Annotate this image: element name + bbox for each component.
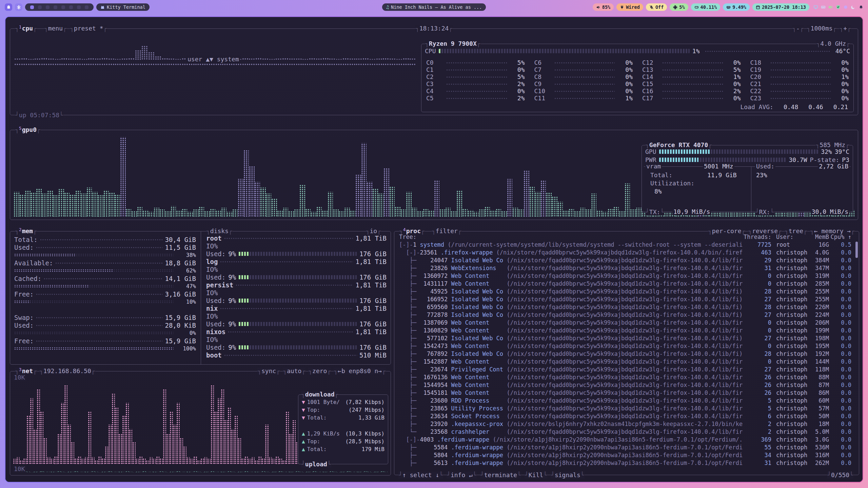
- process-row[interactable]: └─ 23568 crashhelper (/nix/store/fqadd0b…: [396, 428, 853, 436]
- module-network[interactable]: Wired: [616, 3, 643, 11]
- proc-signals-button[interactable]: signals: [551, 472, 585, 479]
- interval-minus-button[interactable]: -: [792, 25, 804, 32]
- window-title-pill[interactable]: Kitty Terminal: [96, 3, 150, 11]
- workspace-button[interactable]: [30, 5, 34, 9]
- process-row[interactable]: ├─ 23826 WebExtensions (/nix/store/fqadd…: [396, 264, 853, 272]
- cpu-core: C135%: [642, 66, 741, 73]
- workspace-button[interactable]: [54, 5, 57, 9]
- workspace-button[interactable]: [38, 5, 42, 9]
- module-clock[interactable]: 2025-07-20 18:13: [752, 3, 809, 11]
- disk-entry: boot510 MiB: [206, 351, 387, 359]
- process-row[interactable]: ├─ 23680 RDD Process (/nix/store/fqadd0b…: [396, 397, 853, 405]
- proc-filter-button[interactable]: filter: [432, 228, 462, 235]
- workspace-button[interactable]: [77, 5, 81, 9]
- disk-entry: nixos1,81 TiB: [206, 328, 387, 336]
- process-row[interactable]: ├─ 1360972 Web Content (/nix/store/fqadd…: [396, 272, 853, 280]
- process-row[interactable]: ├─ 24047 Isolated Web Co (/nix/store/fqa…: [396, 257, 853, 264]
- workspace-button[interactable]: [85, 5, 88, 9]
- process-row[interactable]: ├─ 23634 Socket Process (/nix/store/fqad…: [396, 412, 853, 420]
- bell-icon[interactable]: [859, 5, 863, 9]
- proc-scrollbar[interactable]: [855, 242, 858, 258]
- proc-kill-button[interactable]: Kill: [525, 472, 547, 479]
- process-row[interactable]: ├─ 659560 Isolated Web Co (/nix/store/fq…: [396, 303, 853, 311]
- process-row[interactable]: ├─ 45925 Isolated Web Co (/nix/store/fqa…: [396, 288, 853, 296]
- process-row[interactable]: ├─ 1544954 Web Content (/nix/store/fqadd…: [396, 381, 853, 389]
- menu-button[interactable]: menu: [44, 25, 67, 32]
- proc-header-tree[interactable]: Tree:: [399, 233, 743, 240]
- module-disk[interactable]: 40.11%: [691, 3, 721, 11]
- process-row[interactable]: ├─ 1545181 Web Content (/nix/store/fqadd…: [396, 389, 853, 397]
- net-zero-button[interactable]: zero: [308, 368, 331, 374]
- gpu-power: 30.7W: [789, 156, 807, 163]
- display-icon[interactable]: [813, 5, 818, 9]
- proc-info-button[interactable]: info ↵: [447, 472, 477, 479]
- cpu-total-pct: 1%: [692, 47, 700, 55]
- gpu-model-box: GeForce RTX 4070 585 MHz GPU 32% 39°C PW…: [642, 145, 853, 212]
- proc-select-keys[interactable]: ↑ select ↓: [398, 472, 443, 479]
- proc-tree-toggle[interactable]: tree: [785, 228, 807, 235]
- circle-icon[interactable]: [843, 5, 848, 9]
- proc-header-mem[interactable]: MemB: [809, 233, 829, 240]
- nixos-menu-button[interactable]: [15, 3, 22, 11]
- disk-entry: root1,81 TiB: [206, 234, 387, 242]
- process-row[interactable]: ├─ 1360829 Web Content (/nix/store/fqadd…: [396, 327, 853, 334]
- process-row[interactable]: ├─ 5804 .ferdium-wrappe (/nix/store/a1pj…: [396, 451, 853, 459]
- proc-terminate-button[interactable]: terminate: [480, 472, 521, 479]
- process-row[interactable]: ├─ 166952 Isolated Web Co (/nix/store/fq…: [396, 296, 853, 303]
- process-row[interactable]: ├─ 1431117 Web Content (/nix/store/fqadd…: [396, 280, 853, 288]
- cpu-core: C170%: [642, 95, 741, 102]
- process-row[interactable]: ├─ 772878 Isolated Web Co (/nix/store/fq…: [396, 311, 853, 319]
- net-sync-button[interactable]: sync: [257, 368, 280, 374]
- module-volume[interactable]: 85%: [593, 3, 614, 11]
- gpu-panel: 5gpu0 GeForce RTX 4070 585 MHz GPU 32% 3…: [10, 130, 858, 220]
- proc-percore-toggle[interactable]: per-core: [708, 228, 745, 235]
- process-row[interactable]: ├─ 23674 Privileged Cont (/nix/store/fqa…: [396, 366, 853, 373]
- module-cpu[interactable]: 5%: [670, 3, 688, 11]
- cpu-core: C201%: [750, 73, 849, 80]
- process-row[interactable]: ├─ 1676136 Web Content (/nix/store/fqadd…: [396, 373, 853, 381]
- shield-icon[interactable]: [836, 5, 841, 9]
- process-row[interactable]: ├─ 1542887 Web Content (/nix/store/fqadd…: [396, 358, 853, 366]
- cpu-core: C05%: [426, 59, 525, 66]
- vram-total-value: 11,9 GiB: [706, 172, 738, 179]
- process-row[interactable]: [-]-23561 .firefox-wrappe (/nix/store/fq…: [396, 249, 853, 257]
- process-row[interactable]: ├─ 577102 Isolated Web Co (/nix/store/fq…: [396, 334, 853, 342]
- module-mic[interactable]: Off: [646, 3, 667, 11]
- process-row[interactable]: ├─ 5584 .ferdium-wrappe (/nix/store/a1pj…: [396, 444, 853, 451]
- net-interface-switcher[interactable]: ←b enp8s0 n→: [334, 368, 386, 374]
- process-row[interactable]: ├─ 23920 .keepassxc-prox (/nix/store/bsl…: [396, 420, 853, 428]
- net-auto-button[interactable]: auto: [283, 368, 305, 374]
- process-row[interactable]: ├─ 1542473 Web Content (/nix/store/fqadd…: [396, 342, 853, 350]
- gpu-util-pct: 32%: [821, 148, 832, 155]
- proc-sort-selector[interactable]: ← memory →: [810, 228, 855, 235]
- mem-panel-title: 2mem: [15, 228, 37, 235]
- music-player[interactable]: ♫ Nine Inch Nails – As Alive as ...: [382, 3, 486, 11]
- disks-io-toggle[interactable]: io: [366, 228, 381, 235]
- kitty-terminal-window[interactable]: 1cpu menu preset * 18:13:24 - 1000ms + u…: [5, 17, 863, 482]
- disk-used-meter: Used:9%176 GiB: [206, 297, 387, 304]
- process-row[interactable]: ├─ 1387069 Web Content (/nix/store/fqadd…: [396, 319, 853, 327]
- proc-header-threads[interactable]: Threads:: [743, 233, 771, 240]
- cpu-core: C150%: [642, 80, 741, 87]
- proc-header-cpu[interactable]: Cpu% ↑: [829, 233, 851, 240]
- preset-button[interactable]: preset *: [70, 25, 107, 32]
- vram-vertical-divider: [751, 166, 751, 212]
- keyboard-icon[interactable]: [821, 5, 826, 9]
- battery-icon[interactable]: [828, 5, 833, 9]
- proc-reverse-toggle[interactable]: reverse: [748, 228, 782, 235]
- process-row[interactable]: [-]-1 systemd (/run/current-system/syste…: [396, 241, 853, 249]
- workspace-button[interactable]: [61, 5, 65, 9]
- proc-header-user[interactable]: User:: [771, 233, 809, 240]
- process-row[interactable]: ├─ 5613 .ferdium-wrappe (/nix/store/a1pj…: [396, 459, 853, 467]
- interval-plus-button[interactable]: +: [839, 25, 851, 32]
- cpu-core: C120%: [642, 59, 741, 66]
- moon-icon[interactable]: [851, 5, 855, 9]
- process-row[interactable]: ├─ 767892 Isolated Web Co (/nix/store/fq…: [396, 350, 853, 358]
- workspace-button[interactable]: [46, 5, 50, 9]
- launcher-button[interactable]: [5, 3, 12, 11]
- module-memory[interactable]: 9.49%: [723, 3, 750, 11]
- proc-panel: 4proc filter per-core reverse tree ← mem…: [394, 231, 859, 475]
- process-row[interactable]: [-]-4003 .ferdium-wrappe (/nix/store/a1p…: [396, 436, 853, 444]
- process-row[interactable]: ├─ 23865 Utility Process (/nix/store/fqa…: [396, 405, 853, 412]
- workspace-button[interactable]: [69, 5, 73, 9]
